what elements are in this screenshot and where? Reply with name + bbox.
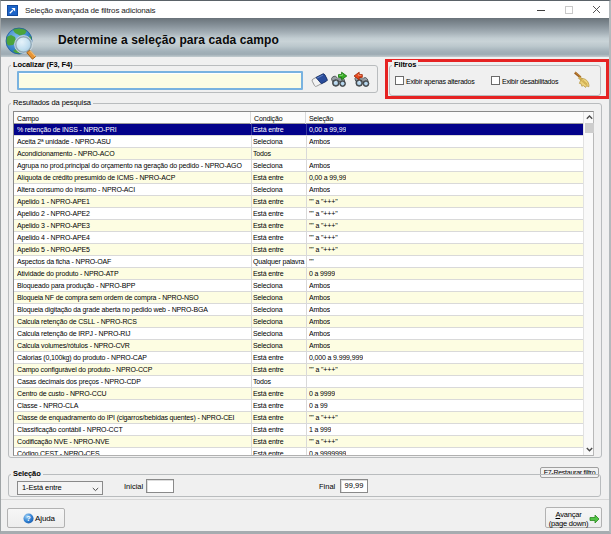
svg-text:?: ? (26, 514, 31, 523)
